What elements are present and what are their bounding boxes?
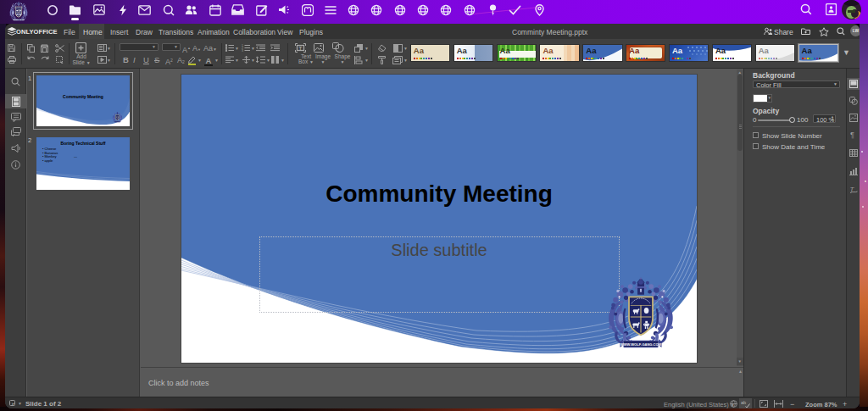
- svg-text:ab: ab: [741, 400, 746, 405]
- svg-text:3: 3: [242, 49, 243, 52]
- svg-text:T: T: [299, 46, 303, 51]
